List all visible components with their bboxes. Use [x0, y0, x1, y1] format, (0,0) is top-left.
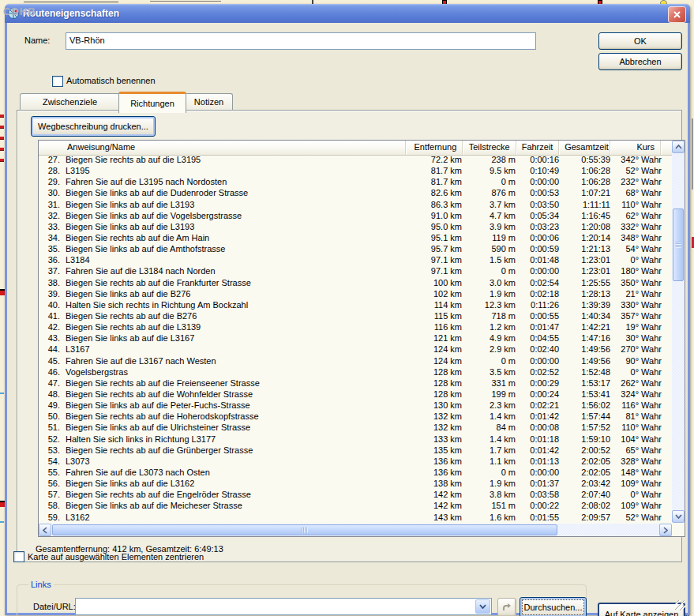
tab-zwischenziele[interactable]: Zwischenziele: [20, 93, 120, 110]
table-cell-total: 1:28:13: [565, 289, 616, 300]
table-row[interactable]: 53.Biegen Sie rechts ab auf die Grünberg…: [39, 445, 672, 456]
column-header-anweisung[interactable]: Anweisung/Name: [39, 141, 406, 155]
column-header-gesamtzeit[interactable]: Gesamtzeit: [559, 141, 610, 155]
show-on-map-button[interactable]: Auf Karte anzeigen: [598, 603, 685, 616]
chevron-down-icon: [479, 604, 486, 609]
column-header-teilstrecke[interactable]: Teilstrecke: [463, 141, 516, 155]
table-row[interactable]: 36.L318497.1 km1.5 km0:01:481:23:010° Wa…: [39, 255, 672, 266]
table-cell-leg: 590 m: [467, 244, 521, 255]
table-cell-total: 1:21:13: [565, 244, 616, 255]
table-row[interactable]: 37.Fahren Sie auf die L3184 nach Norden9…: [39, 266, 672, 277]
table-cell-name: Biegen Sie links ab auf die Peter-Fuchs-…: [62, 400, 410, 411]
table-row[interactable]: 55.Fahren Sie auf die L3073 nach Osten13…: [39, 468, 672, 479]
title-bar[interactable]: Routeneigenschaften: [5, 4, 690, 23]
table-cell-leg: 1.4 km: [467, 411, 521, 423]
scroll-right-button[interactable]: [659, 524, 672, 536]
name-input[interactable]: VB-Rhön: [66, 32, 536, 50]
table-cell-leg: 718 m: [467, 311, 521, 322]
table-row[interactable]: 39.Biegen Sie links ab auf die B276102 k…: [39, 289, 672, 300]
table-cell-dist: 115 km: [410, 311, 467, 322]
table-row[interactable]: 57.Biegen Sie rechts ab auf die Engelröd…: [39, 490, 672, 501]
table-row[interactable]: 59.L3162143 km1.6 km0:01:552:09:5752° Wa…: [39, 513, 672, 524]
table-cell-num: 57.: [39, 490, 62, 501]
horizontal-scroll-thumb[interactable]: [52, 524, 557, 535]
column-header-kurs[interactable]: Kurs: [610, 141, 661, 155]
close-button[interactable]: [668, 6, 686, 23]
ok-button[interactable]: OK: [598, 32, 682, 50]
table-header[interactable]: Anweisung/Name Entfernung Teilstrecke Fa…: [39, 141, 672, 156]
table-row[interactable]: 28.L319581.7 km9.5 km0:10:491:06:2852° W…: [39, 166, 672, 177]
column-header-entfernung[interactable]: Entfernung: [406, 141, 463, 155]
table-row[interactable]: 30.Biegen Sie links ab auf die Dudenrode…: [39, 188, 672, 199]
table-cell-leg: 3.8 km: [467, 490, 521, 501]
table-cell-dist: 97.1 km: [410, 266, 467, 277]
table-row[interactable]: 33.Biegen Sie links ab auf die L319395.0…: [39, 222, 672, 233]
scroll-left-button[interactable]: [39, 524, 51, 536]
table-body[interactable]: 27.Biegen Sie rechts ab auf die L319572.…: [39, 155, 672, 524]
table-cell-name: Biegen Sie links ab auf die Vogelsbergst…: [62, 211, 410, 222]
thumb-grip: [676, 242, 681, 248]
horizontal-scrollbar[interactable]: [39, 524, 672, 536]
table-cell-course: 110° Wahr: [616, 423, 667, 434]
table-cell-name: Biegen Sie rechts ab auf die L3139: [62, 322, 410, 333]
file-url-combobox[interactable]: [75, 598, 492, 615]
table-row[interactable]: 45.Fahren Sie auf die L3167 nach Westen1…: [39, 356, 672, 367]
table-row[interactable]: 49.Biegen Sie links ab auf die Peter-Fuc…: [39, 400, 672, 411]
table-cell-total: 1:53:17: [565, 378, 616, 389]
table-cell-course: 0° Wahr: [616, 367, 667, 378]
table-cell-name: Biegen Sie links ab auf die L3167: [62, 333, 410, 344]
table-row[interactable]: 34.Biegen Sie rechts ab auf die Am Hain9…: [39, 233, 672, 244]
table-row[interactable]: 32.Biegen Sie links ab auf die Vogelsber…: [39, 211, 672, 222]
table-cell-name: Biegen Sie rechts ab auf die B276: [62, 311, 410, 322]
table-cell-time: 0:00:06: [521, 233, 565, 244]
table-row[interactable]: 58.Biegen Sie links ab auf die Meicheser…: [39, 501, 672, 512]
table-cell-course: 109° Wahr: [616, 501, 667, 512]
cancel-button[interactable]: Abbrechen: [598, 53, 682, 70]
table-row[interactable]: 47.Biegen Sie rechts ab auf die Freiense…: [39, 378, 672, 389]
table-cell-time: 0:04:55: [521, 333, 565, 344]
table-row[interactable]: 41.Biegen Sie rechts ab auf die B276115 …: [39, 311, 672, 322]
table-cell-name: Halten Sie sich links in Richtung L3177: [62, 434, 410, 445]
table-row[interactable]: 44.L3167124 km2.9 km0:02:401:49:56270° W…: [39, 344, 672, 355]
table-cell-time: 0:00:59: [521, 244, 565, 255]
combobox-dropdown-button[interactable]: [475, 599, 490, 614]
print-directions-button[interactable]: Wegbeschreibung drucken...: [31, 116, 156, 137]
table-row[interactable]: 46.Vogelsbergstras128 km3.5 km0:02:521:5…: [39, 367, 672, 378]
table-row[interactable]: 52.Halten Sie sich links in Richtung L31…: [39, 434, 672, 445]
table-cell-num: 27.: [39, 155, 62, 166]
table-row[interactable]: 43.Biegen Sie links ab auf die L3167121 …: [39, 333, 672, 344]
table-cell-leg: 1.9 km: [467, 289, 521, 300]
table-cell-total: 1:07:21: [565, 188, 616, 199]
table-row[interactable]: 35.Biegen Sie links ab auf die Amthofstr…: [39, 244, 672, 255]
table-row[interactable]: 40.Halten Sie sich rechts in Richtung Am…: [39, 300, 672, 311]
table-row[interactable]: 51.Biegen Sie links ab auf die Ulrichste…: [39, 423, 672, 434]
auto-name-checkbox[interactable]: [52, 76, 63, 87]
table-cell-course: 332° Wahr: [616, 222, 667, 233]
table-row[interactable]: 48.Biegen Sie rechts ab auf die Wohnfeld…: [39, 389, 672, 400]
column-header-fahrzeit[interactable]: Fahrzeit: [516, 141, 560, 155]
vertical-scroll-thumb[interactable]: [673, 208, 684, 281]
vertical-scrollbar[interactable]: [672, 141, 685, 523]
table-cell-num: 54.: [39, 456, 62, 468]
tab-richtungen[interactable]: Richtungen: [118, 92, 186, 113]
table-row[interactable]: 50.Biegen Sie rechts ab auf die Hoherods…: [39, 411, 672, 423]
table-cell-total: 1:11:11: [565, 200, 616, 211]
tab-notizen[interactable]: Notizen: [185, 93, 233, 110]
table-cell-name: L3184: [62, 255, 410, 266]
open-link-button[interactable]: [497, 598, 516, 616]
scroll-up-button[interactable]: [672, 141, 685, 153]
resize-grip[interactable]: [675, 600, 685, 610]
table-row[interactable]: 38.Biegen Sie rechts ab auf die Frankfur…: [39, 278, 672, 289]
browse-button[interactable]: Durchsuchen...: [520, 597, 587, 616]
center-map-checkbox[interactable]: [13, 551, 24, 562]
table-row[interactable]: 31.Biegen Sie links ab auf die L319386.3…: [39, 200, 672, 211]
table-row[interactable]: 42.Biegen Sie rechts ab auf die L3139116…: [39, 322, 672, 333]
table-row[interactable]: 54.L3073136 km1.1 km0:01:132:02:05328° W…: [39, 456, 672, 468]
table-row[interactable]: 27.Biegen Sie rechts ab auf die L319572.…: [39, 155, 672, 166]
table-cell-course: 148° Wahr: [616, 468, 667, 479]
table-cell-dist: 72.2 km: [410, 155, 467, 166]
table-cell-leg: 199 m: [467, 389, 521, 400]
table-row[interactable]: 56.Biegen Sie links ab auf die L3162138 …: [39, 479, 672, 490]
scroll-down-button[interactable]: [672, 510, 685, 523]
table-row[interactable]: 29.Fahren Sie auf die L3195 nach Nordost…: [39, 177, 672, 188]
